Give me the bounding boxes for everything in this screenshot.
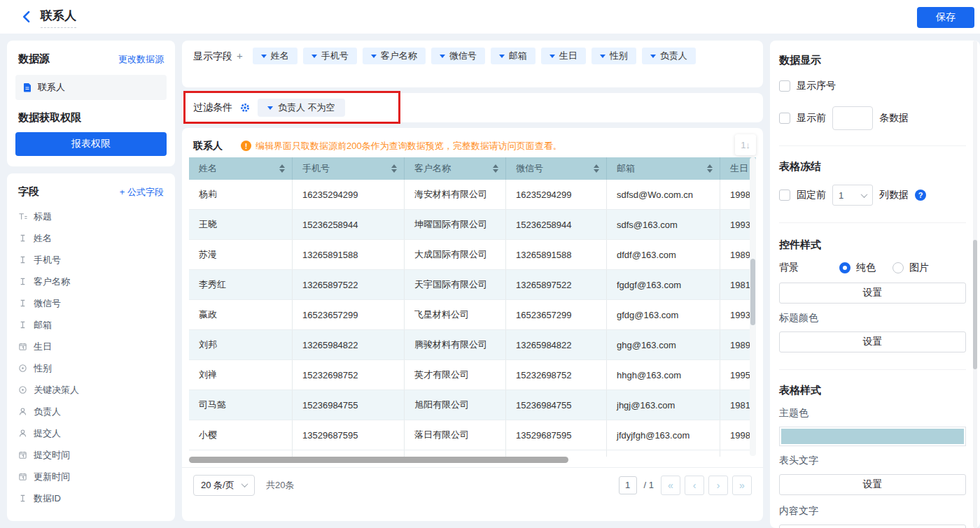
column-header-customer[interactable]: 客户名称	[405, 157, 506, 180]
field-item-submit-time[interactable]: 提交时间	[18, 444, 164, 466]
next-page-button[interactable]: ›	[708, 476, 728, 495]
sort-arrows-icon[interactable]	[594, 164, 599, 173]
field-tag-email[interactable]: 邮箱	[491, 48, 536, 64]
title-color-set-button[interactable]: 设置	[779, 331, 966, 352]
page-size-value: 20 条/页	[201, 479, 234, 492]
sort-order-icon[interactable]: 1↓	[735, 134, 756, 155]
table-row[interactable]: 苏漫13265891588大成国际有限公司13265891588dfdf@163…	[189, 240, 756, 270]
tag-label: 邮箱	[509, 50, 527, 62]
field-item-update-time[interactable]: 更新时间	[18, 466, 164, 487]
settings-panel: 数据显示 显示序号 显示前 条数据 表格冻结 固定前 1 列数据 ? 控件样式	[770, 41, 980, 528]
table-row[interactable]: 王晓15236258944坤曜国际有限公司15236258944sdfs@163…	[189, 210, 756, 240]
table-row	[189, 450, 756, 457]
tag-label: 姓名	[271, 50, 289, 62]
column-header-email[interactable]: 邮箱	[607, 157, 720, 180]
field-item-birthday[interactable]: 生日	[18, 336, 164, 357]
field-item-name[interactable]: 姓名	[18, 227, 164, 249]
page-size-select[interactable]: 20 条/页	[193, 475, 255, 496]
show-first-checkbox[interactable]	[779, 113, 790, 124]
field-tag-gender[interactable]: 性别	[592, 48, 636, 64]
field-tag-phone[interactable]: 手机号	[303, 48, 357, 64]
cell: 13529687595	[293, 420, 405, 450]
row-limit-input[interactable]	[832, 106, 873, 130]
show-index-checkbox[interactable]	[779, 80, 790, 92]
sort-arrows-icon[interactable]	[279, 164, 285, 173]
field-item-owner[interactable]: 负责人	[18, 401, 164, 422]
cell: 15236984755	[506, 390, 607, 420]
cell: gfdg@163.com	[607, 300, 720, 329]
field-item-title[interactable]: 标题	[18, 206, 164, 227]
horizontal-scrollbar-thumb[interactable]	[189, 457, 568, 463]
gear-icon[interactable]	[239, 102, 251, 113]
add-display-field-button[interactable]: +	[237, 48, 243, 80]
help-icon[interactable]: ?	[915, 190, 926, 201]
cell: 13265984822	[293, 330, 405, 359]
cell: sdfsd@Wo.com.cn	[607, 180, 720, 209]
prev-page-button[interactable]: ‹	[685, 476, 704, 495]
column-header-wechat[interactable]: 微信号	[506, 157, 607, 180]
field-label: 客户名称	[34, 276, 70, 288]
back-icon[interactable]	[20, 10, 34, 24]
column-header-phone[interactable]: 手机号	[293, 157, 405, 180]
field-tag-owner[interactable]: 负责人	[642, 48, 696, 64]
field-item-email[interactable]: 邮箱	[18, 314, 164, 336]
sort-arrows-icon[interactable]	[391, 164, 397, 173]
field-item-customer[interactable]: 客户名称	[18, 271, 164, 292]
datasource-item[interactable]: 联系人	[15, 75, 167, 100]
field-item-decision-maker[interactable]: 关键决策人	[18, 379, 164, 401]
panel-scrollbar[interactable]	[973, 41, 977, 528]
tag-label: 性别	[610, 50, 628, 62]
freeze-columns-select[interactable]: 1	[832, 185, 873, 206]
panel-scrollbar-thumb[interactable]	[973, 240, 977, 369]
field-item-wechat[interactable]: 微信号	[18, 292, 164, 314]
field-item-data-id[interactable]: 数据ID	[18, 487, 164, 509]
field-tag-birthday[interactable]: 生日	[541, 48, 586, 64]
theme-color-swatch[interactable]	[779, 427, 966, 446]
tag-label: 生日	[559, 50, 578, 62]
last-page-button[interactable]: »	[732, 476, 752, 495]
field-tag-wechat[interactable]: 微信号	[431, 48, 485, 64]
table-row[interactable]: 刘禅15232698752英才有限公司15232698752hhgh@163.c…	[189, 360, 756, 390]
freeze-checkbox[interactable]	[779, 190, 790, 201]
filter-condition-tag[interactable]: 负责人 不为空	[258, 99, 345, 117]
table-row[interactable]: 小樱13529687595落日有限公司13529687595jfdyjfgh@1…	[189, 420, 756, 450]
table-row[interactable]: 司马懿15236984755旭阳有限公司15236984755jhgj@163.…	[189, 390, 756, 420]
save-button[interactable]: 保存	[917, 7, 974, 28]
content-text-set-button[interactable]: 设置	[779, 525, 966, 528]
field-item-phone[interactable]: 手机号	[18, 249, 164, 271]
table-row[interactable]: 李秀红13265897522天宇国际有限公司13265897522fgdgf@1…	[189, 270, 756, 300]
cell: sdfs@163.com	[607, 210, 720, 239]
header-text-set-button[interactable]: 设置	[779, 474, 966, 495]
column-label: 客户名称	[414, 162, 451, 175]
cell: 李秀红	[189, 270, 293, 299]
cell: 小樱	[189, 420, 293, 450]
column-header-name[interactable]: 姓名	[189, 157, 293, 180]
change-datasource-link[interactable]: 更改数据源	[118, 53, 164, 66]
field-label: 数据ID	[34, 492, 61, 505]
add-formula-field-link[interactable]: + 公式字段	[120, 186, 164, 199]
top-bar: 联系人 保存	[0, 0, 980, 34]
report-permission-button[interactable]: 报表权限	[15, 132, 167, 156]
cell: 英才有限公司	[405, 360, 506, 390]
current-page-input[interactable]: 1	[619, 476, 637, 494]
total-pages: / 1	[644, 480, 654, 490]
field-item-submitter[interactable]: 提交人	[18, 422, 164, 444]
freeze-row: 固定前 1 列数据 ?	[779, 185, 966, 206]
horizontal-scrollbar[interactable]	[189, 457, 756, 463]
vertical-scrollbar-thumb[interactable]	[750, 259, 755, 325]
table-row[interactable]: 杨莉16235294299海安材料有限公司16235294299sdfsd@Wo…	[189, 180, 756, 210]
field-item-gender[interactable]: 性别	[18, 357, 164, 379]
cell: 王晓	[189, 210, 293, 239]
sort-arrows-icon[interactable]	[707, 164, 713, 173]
solid-color-radio[interactable]	[839, 262, 850, 273]
cell: 海安材料有限公司	[405, 180, 506, 209]
background-set-button[interactable]: 设置	[779, 283, 966, 304]
table-row[interactable]: 嬴政16523657299飞星材料公司16523657299gfdg@163.c…	[189, 300, 756, 330]
table-row[interactable]: 刘邦13265984822腾骏材料有限公司13265984822ghg@163.…	[189, 330, 756, 360]
sort-arrows-icon[interactable]	[493, 164, 498, 173]
image-radio[interactable]	[892, 262, 904, 273]
field-tag-name[interactable]: 姓名	[253, 48, 298, 64]
field-tag-customer[interactable]: 客户名称	[363, 48, 426, 64]
vertical-scrollbar[interactable]	[750, 157, 756, 456]
first-page-button[interactable]: «	[661, 476, 680, 495]
